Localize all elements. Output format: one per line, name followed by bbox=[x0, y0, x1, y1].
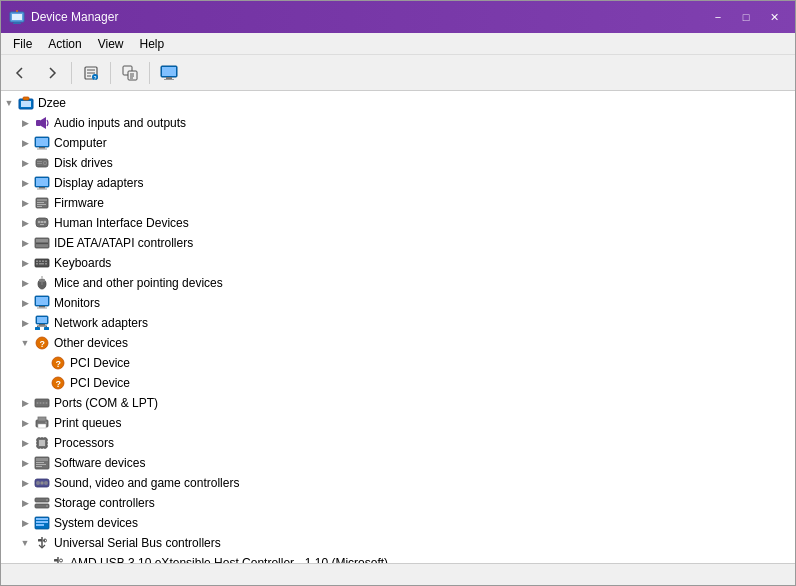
tree-pci1[interactable]: ▶ ? PCI Device bbox=[1, 353, 795, 373]
menu-help[interactable]: Help bbox=[132, 35, 173, 53]
svg-rect-52 bbox=[36, 261, 38, 263]
sound-expand-icon[interactable]: ▶ bbox=[17, 473, 33, 493]
svg-text:?: ? bbox=[94, 75, 97, 81]
ide-label: IDE ATA/ATAPI controllers bbox=[54, 236, 193, 250]
tree-network[interactable]: ▶ Network adapters bbox=[1, 313, 795, 333]
tree-hid[interactable]: ▶ Human Interface Devices bbox=[1, 213, 795, 233]
keyboards-label: Keyboards bbox=[54, 256, 111, 270]
mice-expand-icon[interactable]: ▶ bbox=[17, 273, 33, 293]
monitors-expand-icon[interactable]: ▶ bbox=[17, 293, 33, 313]
menu-action[interactable]: Action bbox=[40, 35, 89, 53]
proc-expand-icon[interactable]: ▶ bbox=[17, 433, 33, 453]
pci1-icon: ? bbox=[49, 354, 67, 372]
tree-audio[interactable]: ▶ Audio inputs and outputs bbox=[1, 113, 795, 133]
usb-expand-icon[interactable]: ▼ bbox=[17, 533, 33, 553]
tree-disk[interactable]: ▶ Disk drives bbox=[1, 153, 795, 173]
svg-rect-23 bbox=[36, 120, 41, 126]
disk-expand-icon[interactable]: ▶ bbox=[17, 153, 33, 173]
display-expand-icon[interactable]: ▶ bbox=[17, 173, 33, 193]
ide-expand-icon[interactable]: ▶ bbox=[17, 233, 33, 253]
print-label: Print queues bbox=[54, 416, 121, 430]
tree-proc[interactable]: ▶ bbox=[1, 433, 795, 453]
svg-point-113 bbox=[44, 481, 48, 485]
tree-computer[interactable]: ▶ Computer bbox=[1, 133, 795, 153]
tree-amd1[interactable]: ▶ AMD USB 3.10 eXtensible Host Controlle… bbox=[1, 553, 795, 563]
tree-ide[interactable]: ▶ IDE ATA/ATAPI controllers bbox=[1, 233, 795, 253]
network-expand-icon[interactable]: ▶ bbox=[17, 313, 33, 333]
other-expand-icon[interactable]: ▼ bbox=[17, 333, 33, 353]
toolbar-properties[interactable]: ? bbox=[76, 59, 106, 87]
usb-label: Universal Serial Bus controllers bbox=[54, 536, 221, 550]
print-icon bbox=[33, 414, 51, 432]
pci2-icon: ? bbox=[49, 374, 67, 392]
tree-print[interactable]: ▶ Print queues bbox=[1, 413, 795, 433]
keyboards-icon bbox=[33, 254, 51, 272]
device-tree[interactable]: ▼ Dzee ▶ bbox=[1, 91, 795, 563]
svg-rect-39 bbox=[37, 202, 44, 203]
tree-other[interactable]: ▼ ? Other devices bbox=[1, 333, 795, 353]
software-icon bbox=[33, 454, 51, 472]
tree-pci2[interactable]: ▶ ? PCI Device bbox=[1, 373, 795, 393]
svg-rect-93 bbox=[39, 440, 45, 446]
svg-rect-72 bbox=[35, 327, 40, 330]
root-expand-icon[interactable]: ▼ bbox=[1, 93, 17, 113]
status-bar bbox=[1, 563, 795, 585]
tree-monitors[interactable]: ▶ Monitors bbox=[1, 293, 795, 313]
svg-rect-90 bbox=[38, 424, 46, 428]
svg-rect-19 bbox=[164, 79, 174, 80]
tree-system[interactable]: ▶ System devices bbox=[1, 513, 795, 533]
toolbar-update[interactable] bbox=[115, 59, 145, 87]
storage-icon bbox=[33, 494, 51, 512]
svg-rect-54 bbox=[42, 261, 44, 263]
storage-label: Storage controllers bbox=[54, 496, 155, 510]
audio-expand-icon[interactable]: ▶ bbox=[17, 113, 33, 133]
disk-label: Disk drives bbox=[54, 156, 113, 170]
window-controls: − □ ✕ bbox=[705, 7, 787, 27]
svg-rect-48 bbox=[36, 239, 48, 242]
svg-point-86 bbox=[43, 402, 45, 404]
toolbar-back[interactable] bbox=[5, 59, 35, 87]
tree-root[interactable]: ▼ Dzee bbox=[1, 93, 795, 113]
svg-point-43 bbox=[38, 221, 40, 223]
svg-rect-62 bbox=[42, 279, 45, 282]
svg-rect-57 bbox=[39, 263, 44, 265]
tree-storage[interactable]: ▶ Storage controllers bbox=[1, 493, 795, 513]
minimize-button[interactable]: − bbox=[705, 7, 731, 27]
toolbar-forward[interactable] bbox=[37, 59, 67, 87]
svg-rect-46 bbox=[40, 224, 44, 225]
computer-expand-icon[interactable]: ▶ bbox=[17, 133, 33, 153]
tree-ports[interactable]: ▶ Ports (COM & LPT) bbox=[1, 393, 795, 413]
menu-file[interactable]: File bbox=[5, 35, 40, 53]
software-expand-icon[interactable]: ▶ bbox=[17, 453, 33, 473]
tree-sound[interactable]: ▶ Sound, video and game controllers bbox=[1, 473, 795, 493]
system-expand-icon[interactable]: ▶ bbox=[17, 513, 33, 533]
sound-icon bbox=[33, 474, 51, 492]
storage-expand-icon[interactable]: ▶ bbox=[17, 493, 33, 513]
ports-expand-icon[interactable]: ▶ bbox=[17, 393, 33, 413]
hid-expand-icon[interactable]: ▶ bbox=[17, 213, 33, 233]
tree-firmware[interactable]: ▶ Firmware bbox=[1, 193, 795, 213]
hid-icon bbox=[33, 214, 51, 232]
tree-usb[interactable]: ▼ Universal Serial Bus controllers bbox=[1, 533, 795, 553]
svg-point-30 bbox=[44, 162, 46, 164]
tree-display[interactable]: ▶ Display adapters bbox=[1, 173, 795, 193]
monitors-icon bbox=[33, 294, 51, 312]
maximize-button[interactable]: □ bbox=[733, 7, 759, 27]
keyboards-expand-icon[interactable]: ▶ bbox=[17, 253, 33, 273]
firmware-expand-icon[interactable]: ▶ bbox=[17, 193, 33, 213]
close-button[interactable]: ✕ bbox=[761, 7, 787, 27]
menu-view[interactable]: View bbox=[90, 35, 132, 53]
tree-mice[interactable]: ▶ Mice and other pointing devices bbox=[1, 273, 795, 293]
print-expand-icon[interactable]: ▶ bbox=[17, 413, 33, 433]
tree-keyboards[interactable]: ▶ Keyboards bbox=[1, 253, 795, 273]
svg-rect-21 bbox=[21, 101, 31, 107]
toolbar-display[interactable] bbox=[154, 59, 184, 87]
title-bar: Device Manager − □ ✕ bbox=[1, 1, 795, 33]
svg-rect-114 bbox=[41, 482, 44, 485]
svg-rect-66 bbox=[39, 306, 45, 308]
amd1-label: AMD USB 3.10 eXtensible Host Controller … bbox=[70, 556, 388, 563]
sound-label: Sound, video and game controllers bbox=[54, 476, 239, 490]
svg-rect-122 bbox=[36, 524, 44, 526]
tree-software[interactable]: ▶ Software devices bbox=[1, 453, 795, 473]
svg-rect-121 bbox=[36, 521, 48, 523]
